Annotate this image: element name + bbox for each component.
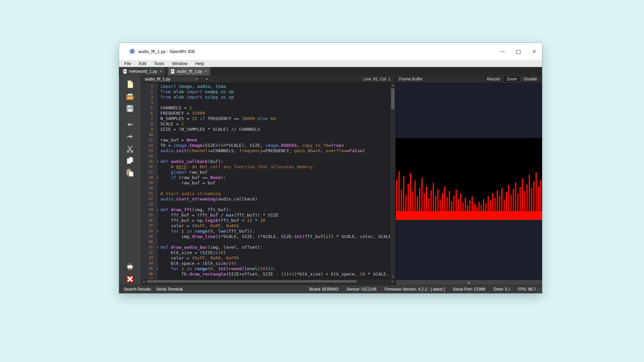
code-text: audio.init(channels=CHANNELS, frequency=… [160,148,365,154]
fold-marker-icon [155,148,160,154]
fold-marker-icon [155,116,160,121]
maximize-button[interactable]: □ [511,43,526,60]
redo-button[interactable] [123,130,137,142]
status-serial-terminal[interactable]: Serial Terminal [156,287,182,292]
line-number: 22 [141,196,155,202]
connect-button[interactable] [123,261,137,273]
code-line: 27 color = (0xFF, 0x0F, 0x00) [141,223,390,229]
fold-marker-icon[interactable]: ∨ [155,229,160,234]
code-text: blk_space = (blk_size//4) [160,261,236,266]
code-line: 20 [141,186,390,191]
menu-item-help[interactable]: Help [194,61,205,66]
horizontal-scroll-thumb[interactable] [147,280,357,283]
scroll-up-arrow[interactable]: ▴ [390,83,395,88]
fold-marker-icon[interactable]: ∨ [155,266,160,272]
line-number: 13 [141,148,155,154]
tab-close-icon[interactable]: × [205,69,207,74]
line-number: 21 [141,191,155,196]
vertical-scroll-track[interactable] [390,88,395,274]
fold-marker-icon[interactable]: ∨ [155,245,160,250]
new-file-button[interactable] [123,78,137,90]
panel-expander[interactable]: ▲ [396,280,542,285]
editor-vertical-scrollbar[interactable]: ▴ ▾ [390,83,395,279]
line-number: 18 [141,175,155,180]
record-button[interactable]: Record [484,76,503,82]
line-number: 14 [141,154,155,159]
fold-marker-icon [155,164,160,170]
horizontal-scroll-track[interactable] [146,280,390,283]
zoom-button[interactable]: Zoom [503,76,520,82]
menu-item-file[interactable]: File [123,61,132,66]
line-number: 2 [141,89,155,95]
save-file-button[interactable] [123,102,137,114]
code-area[interactable]: 1import image, audio, time2from ulab imp… [141,83,390,279]
frame-buffer-header: Frame Buffer RecordZoomDisable [396,75,542,83]
tab-helloworld_1-py[interactable]: helloworld_1.py× [120,67,165,75]
line-number: 8 [141,121,155,127]
code-line: 5CHANNELS = 1 [141,105,390,111]
paste-button[interactable] [123,167,137,179]
code-line: 30 [141,239,390,245]
code-text: color = (0xFF, 0x00, 0xF0) [160,255,239,261]
code-line: 9SIZE = (N_SAMPLES * SCALE) // CHANNELS [141,127,390,132]
python-file-icon [123,69,127,74]
header-separator [211,77,212,81]
line-number: 3 [141,95,155,100]
code-line: 26 fft_buf = np.log10(fft_buf + 1) * 20 [141,218,390,223]
code-text: N_SAMPLES = 32 if FREQUENCY == 16000 els… [160,116,276,121]
triangle-up-icon: ▲ [468,281,471,284]
fold-marker-icon[interactable]: ∨ [155,175,160,180]
frame-buffer-title: Frame Buffer [399,77,483,81]
line-number: 29 [141,234,155,239]
fft-image [396,138,542,220]
code-text: raw_buf = buf [160,180,215,186]
fold-marker-icon [155,191,160,196]
file-selector-combo[interactable]: audio_fft_1.py ▾ [143,76,200,82]
save-icon [125,104,135,113]
menu-item-edit[interactable]: Edit [138,61,147,66]
line-number: 27 [141,223,155,229]
editor-horizontal-scrollbar[interactable]: ◂ ▸ [141,279,395,283]
cut-button[interactable] [123,142,137,155]
undo-button[interactable] [123,118,137,130]
fold-marker-icon [155,239,160,245]
open-file-button[interactable] [123,90,137,102]
status-left-group: Search ResultsSerial Terminal [124,287,183,292]
code-text: def audio_callback(buf): [160,159,223,164]
code-line: 11raw_buf = None [141,137,390,143]
line-number: 4 [141,100,155,105]
code-line: 10 [141,132,390,137]
minimize-button[interactable]: — [495,43,511,60]
stop-button[interactable] [123,273,137,285]
line-number: 25 [141,213,155,218]
disable-button[interactable]: Disable [521,76,540,82]
code-text: fft_buf = (fft_buf / max(fft_buf)) * SIZ… [160,213,278,218]
scroll-left-arrow[interactable]: ◂ [141,280,146,283]
fold-marker-icon[interactable]: ∨ [155,207,160,213]
fold-marker-icon [155,234,160,239]
code-text: FREQUENCY = 32000 [160,111,205,116]
fold-marker-icon[interactable]: ∨ [155,159,160,164]
code-line: 3from ulab import scipy as sp [141,95,390,100]
status-search-results[interactable]: Search Results [124,287,151,292]
code-text: def draw_fft(img, fft_buf): [160,207,231,213]
code-line: 2from ulab import numpy as np [141,89,390,95]
status-board: Board: BORMIO [309,287,338,292]
code-text: for i in range(0, len(fft_buf)): [160,229,255,234]
scroll-right-arrow[interactable]: ▸ [390,280,395,283]
cut-icon [125,144,135,153]
close-editor-button[interactable]: × [204,76,209,81]
copy-button[interactable] [123,155,137,167]
line-number: 20 [141,186,155,191]
resize-grip-icon[interactable] [537,288,541,293]
vertical-scroll-thumb[interactable] [391,88,394,109]
close-button[interactable]: × [526,43,542,60]
menu-item-tools[interactable]: Tools [153,61,165,66]
tab-audio_fft_1-py[interactable]: audio_fft_1.py× [168,67,210,75]
tab-close-icon[interactable]: × [160,69,162,74]
openmv-app-icon [129,48,135,54]
fold-marker-icon [155,143,160,148]
scroll-down-arrow[interactable]: ▾ [390,274,395,279]
plug-icon [125,262,135,272]
menu-item-window[interactable]: Window [171,61,189,66]
